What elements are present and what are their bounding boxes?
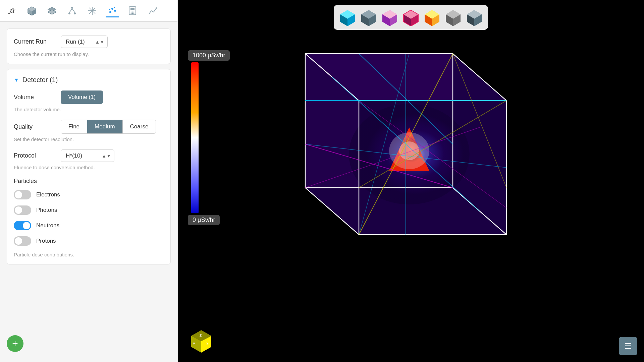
svg-point-14 xyxy=(109,11,111,13)
run-select-wrapper: Run (1) Run (2) Run (3) ▲▼ xyxy=(61,36,108,48)
gray-cube-icon[interactable] xyxy=(443,8,463,27)
cyan-cube-icon[interactable] xyxy=(338,8,357,27)
svg-point-18 xyxy=(114,7,115,8)
cube-solid-icon[interactable] xyxy=(25,4,39,17)
electrons-row: Electrons xyxy=(14,190,164,199)
svg-point-7 xyxy=(74,12,76,14)
neutrons-label: Neutrons xyxy=(36,222,59,229)
svg-line-9 xyxy=(72,9,75,12)
quality-coarse-btn[interactable]: Coarse xyxy=(123,120,156,133)
electrons-slider xyxy=(14,190,31,199)
photons-toggle[interactable] xyxy=(14,205,31,215)
svg-point-6 xyxy=(68,12,70,14)
protons-label: Protons xyxy=(36,238,56,244)
neutrons-row: Neutrons xyxy=(14,221,164,230)
formula-icon[interactable]: 𝑓𝑥 xyxy=(5,4,18,17)
scale-top-label: 1000 μSv/hr xyxy=(188,50,230,61)
toolbar: 𝑓𝑥 xyxy=(0,0,177,22)
current-run-label: Current Run xyxy=(14,38,54,45)
chart-icon[interactable] xyxy=(146,4,159,17)
neutrons-slider xyxy=(14,221,31,230)
quality-toggle: Fine Medium Coarse xyxy=(61,120,156,134)
detector-collapse-arrow[interactable]: ▼ xyxy=(14,77,19,83)
viewport-3d[interactable] xyxy=(178,0,644,362)
volume-button[interactable]: Volume (1) xyxy=(61,90,103,104)
quality-row: Quality Fine Medium Coarse Set the detec… xyxy=(14,120,164,142)
particles-section: Particles Electrons Photons xyxy=(14,178,164,257)
svg-point-26 xyxy=(133,13,135,14)
electrons-toggle[interactable] xyxy=(14,190,31,199)
quality-label: Quality xyxy=(14,123,54,130)
svg-point-22 xyxy=(132,11,133,12)
scatter-icon[interactable] xyxy=(106,4,119,17)
detector-title: Detector (1) xyxy=(22,76,58,84)
protons-row: Protons xyxy=(14,236,164,246)
svg-point-16 xyxy=(114,10,116,12)
scale-bar xyxy=(191,62,199,213)
current-run-section: Current Run Run (1) Run (2) Run (3) ▲▼ C… xyxy=(7,28,171,64)
photons-row: Photons xyxy=(14,205,164,215)
blue-gray-cube-icon[interactable] xyxy=(359,8,378,27)
calc-icon[interactable] xyxy=(126,4,139,17)
current-run-hint: Choose the current run to display. xyxy=(14,51,164,57)
svg-text:Y: Y xyxy=(193,342,195,346)
pink-cube-icon[interactable] xyxy=(401,8,421,27)
add-button[interactable]: + xyxy=(7,335,23,352)
particles-hint: Particle dose contributions. xyxy=(14,252,164,257)
quality-fine-btn[interactable]: Fine xyxy=(61,120,87,133)
sparkle-icon[interactable] xyxy=(86,4,99,17)
right-panel: 1000 μSv/hr 0 μSv/hr xyxy=(178,0,644,362)
quality-hint: Set the detector resolution. xyxy=(14,136,164,142)
dark-gray-cube-icon[interactable] xyxy=(465,8,484,27)
layers-icon[interactable] xyxy=(45,4,59,17)
quality-medium-btn[interactable]: Medium xyxy=(87,120,122,133)
svg-line-8 xyxy=(69,9,72,12)
detector-section: ▼ Detector (1) Volume Volume (1) The det… xyxy=(7,69,171,264)
protocol-select[interactable]: H*(10) H*(0.07) Hp(10) xyxy=(61,149,114,162)
svg-text:Z: Z xyxy=(200,334,202,338)
electrons-label: Electrons xyxy=(36,191,60,198)
protons-toggle[interactable] xyxy=(14,236,31,246)
svg-marker-4 xyxy=(48,10,56,14)
photons-label: Photons xyxy=(36,207,57,214)
volume-hint: The detector volume. xyxy=(14,107,164,112)
cube-svg xyxy=(245,27,513,268)
svg-point-15 xyxy=(111,8,113,10)
scale-bottom-label: 0 μSv/hr xyxy=(188,215,220,225)
protocol-row: Protocol H*(10) H*(0.07) Hp(10) ▲▼ Fluen… xyxy=(14,149,164,170)
color-scale: 1000 μSv/hr 0 μSv/hr xyxy=(188,50,230,225)
svg-point-21 xyxy=(131,11,132,12)
protocol-label: Protocol xyxy=(14,152,54,159)
svg-point-23 xyxy=(133,11,135,12)
svg-point-25 xyxy=(132,13,133,14)
particles-label: Particles xyxy=(14,178,54,185)
protocol-select-wrapper: H*(10) H*(0.07) Hp(10) ▲▼ xyxy=(61,149,114,162)
menu-button[interactable]: ☰ xyxy=(619,337,637,355)
protons-slider xyxy=(14,236,31,246)
volume-label: Volume xyxy=(14,94,54,101)
svg-point-5 xyxy=(71,7,73,9)
detector-header: ▼ Detector (1) xyxy=(14,76,164,84)
left-panel: 𝑓𝑥 xyxy=(0,0,178,362)
purple-cube-icon[interactable] xyxy=(380,8,399,27)
svg-point-17 xyxy=(109,9,110,10)
svg-text:X: X xyxy=(206,342,209,346)
svg-point-27 xyxy=(156,7,157,9)
orientation-cube[interactable]: Z X Y xyxy=(188,328,215,355)
yellow-cube-icon[interactable] xyxy=(422,8,442,27)
photons-slider xyxy=(14,205,31,215)
panel-content: Current Run Run (1) Run (2) Run (3) ▲▼ C… xyxy=(0,22,177,362)
run-select[interactable]: Run (1) Run (2) Run (3) xyxy=(61,36,108,48)
svg-point-24 xyxy=(131,13,132,14)
neutrons-toggle[interactable] xyxy=(14,221,31,230)
top-icon-bar xyxy=(334,5,488,30)
svg-rect-20 xyxy=(130,8,135,10)
hierarchy-icon[interactable] xyxy=(65,4,79,17)
volume-row: Volume Volume (1) The detector volume. xyxy=(14,90,164,112)
protocol-hint: Fluence to dose conversion method. xyxy=(14,165,164,170)
